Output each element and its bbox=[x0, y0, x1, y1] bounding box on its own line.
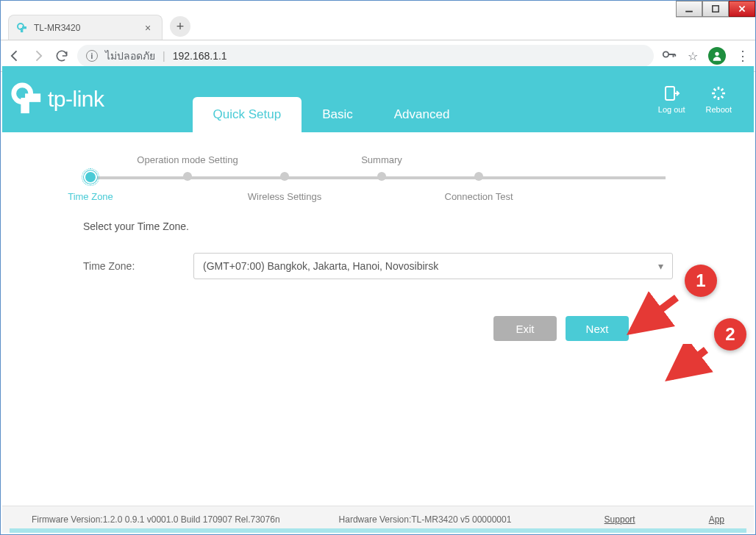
browser-tab[interactable]: TL-MR3420 × bbox=[8, 15, 163, 40]
bookmark-star-icon[interactable]: ☆ bbox=[688, 49, 698, 63]
svg-rect-6 bbox=[22, 26, 26, 29]
brand-text: tp-link bbox=[48, 87, 104, 112]
svg-rect-1 bbox=[713, 6, 718, 12]
step-connection-test: Connection Test bbox=[427, 154, 530, 181]
tplink-logo: tp-link bbox=[10, 82, 104, 116]
instruction-text: Select your Time Zone. bbox=[83, 220, 673, 232]
horizontal-scrollbar[interactable] bbox=[10, 528, 746, 533]
svg-rect-11 bbox=[25, 93, 40, 101]
step-wireless-settings: Wireless Settings bbox=[233, 154, 336, 181]
step-summary: Summary bbox=[330, 154, 433, 181]
nav-forward-button bbox=[30, 48, 46, 64]
timezone-select[interactable]: (GMT+07:00) Bangkok, Jakarta, Hanoi, Nov… bbox=[193, 253, 673, 279]
logout-icon bbox=[663, 85, 680, 102]
browser-menu-icon[interactable]: ⋮ bbox=[736, 48, 749, 64]
new-tab-button[interactable]: + bbox=[170, 16, 190, 37]
tab-quick-setup[interactable]: Quick Setup bbox=[193, 97, 302, 132]
tab-basic[interactable]: Basic bbox=[302, 97, 374, 132]
svg-rect-12 bbox=[666, 87, 674, 100]
step-operation-mode: Operation mode Setting bbox=[136, 154, 239, 181]
timezone-label: Time Zone: bbox=[83, 260, 193, 272]
address-bar[interactable]: i ไม่ปลอดภัย | 192.168.1.1 bbox=[77, 45, 654, 67]
timezone-value: (GMT+07:00) Bangkok, Jakarta, Hanoi, Nov… bbox=[203, 260, 438, 272]
firmware-version-text: Firmware Version:1.2.0 0.9.1 v0001.0 Bui… bbox=[32, 514, 280, 525]
svg-point-7 bbox=[663, 51, 668, 57]
url-text: 192.168.1.1 bbox=[173, 50, 227, 62]
key-icon[interactable] bbox=[661, 46, 677, 65]
profile-avatar[interactable] bbox=[708, 47, 726, 65]
svg-point-8 bbox=[715, 52, 718, 56]
app-link[interactable]: App bbox=[709, 514, 724, 525]
tab-advanced[interactable]: Advanced bbox=[374, 97, 471, 132]
svg-line-13 bbox=[632, 298, 677, 331]
window-maximize-button[interactable] bbox=[702, 1, 729, 17]
exit-button[interactable]: Exit bbox=[493, 316, 557, 341]
svg-line-14 bbox=[671, 350, 706, 377]
support-link[interactable]: Support bbox=[605, 514, 635, 525]
annotation-arrow-1 bbox=[625, 290, 684, 342]
annotation-marker-1: 1 bbox=[685, 265, 717, 297]
next-button[interactable]: Next bbox=[566, 316, 629, 341]
chevron-down-icon: ▾ bbox=[658, 260, 663, 272]
annotation-arrow-2 bbox=[662, 344, 713, 388]
tab-close-icon[interactable]: × bbox=[141, 21, 154, 35]
security-status-text: ไม่ปลอดภัย bbox=[105, 48, 155, 64]
reboot-icon bbox=[710, 85, 727, 102]
window-close-button[interactable] bbox=[729, 1, 755, 17]
info-icon: i bbox=[86, 50, 98, 62]
separator: | bbox=[163, 50, 165, 62]
nav-reload-button[interactable] bbox=[54, 48, 70, 64]
nav-back-button[interactable] bbox=[7, 48, 23, 64]
logout-button[interactable]: Log out bbox=[658, 85, 685, 114]
tplink-favicon-icon bbox=[16, 22, 28, 34]
window-minimize-button[interactable] bbox=[676, 1, 702, 17]
tab-title: TL-MR3420 bbox=[34, 23, 80, 33]
annotation-marker-2: 2 bbox=[714, 318, 746, 351]
hardware-version-text: Hardware Version:TL-MR3420 v5 00000001 bbox=[339, 514, 512, 525]
reboot-button[interactable]: Reboot bbox=[706, 85, 732, 114]
step-time-zone: Time Zone bbox=[39, 154, 142, 182]
